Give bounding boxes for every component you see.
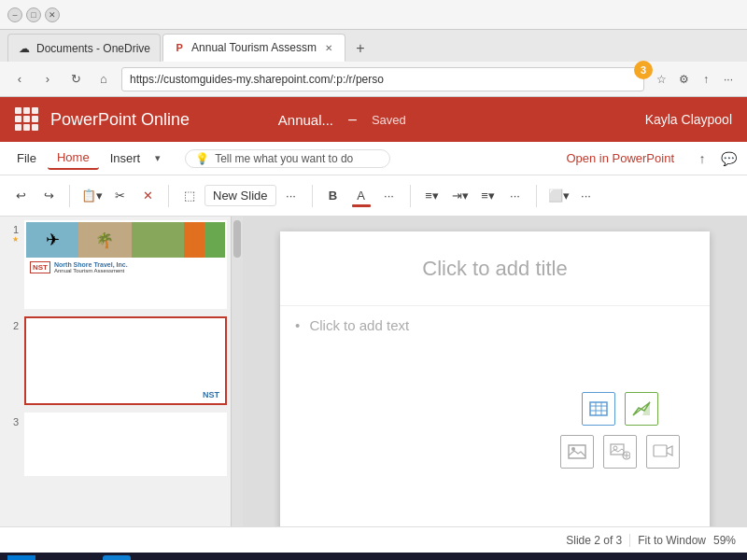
app-title: PowerPoint Online [50,110,267,130]
ribbon-tabs: File Home Insert ▾ 💡 Tell me what you wa… [0,142,747,175]
separator-5 [536,185,537,207]
share-icon[interactable]: ↑ [697,70,715,89]
main-area: 1 ★ ✈ 🌴 NST [0,217,747,526]
ribbon-tabs-more[interactable]: ▾ [151,148,164,168]
more-format-button[interactable]: ··· [376,183,402,209]
search-taskbar-icon[interactable] [39,555,67,560]
thumb1-company-name: North Shore Travel, Inc. [54,261,128,268]
home-button[interactable]: ⌂ [93,69,114,90]
slide-thumbnail-2[interactable]: NST [24,316,227,405]
thumb1-bottom: NST North Shore Travel, Inc. Annual Tour… [26,258,225,277]
slide-content-area: • Click to add text [280,306,710,526]
new-slide-label: New Slide [213,189,268,203]
toolbar: ↩ ↪ 📋▾ ✂ ✕ ⬚ New Slide ··· B A ··· ≡▾ ⇥▾… [0,175,747,217]
share-ribbon-icon[interactable]: ↑ [691,147,713,170]
delete-button[interactable]: ✕ [134,183,161,209]
svg-rect-0 [590,402,607,415]
app-grid-button[interactable] [15,107,39,132]
tab-onedrive[interactable]: ☁ Documents - OneDrive [7,34,161,62]
align-button[interactable]: ≡▾ [474,183,500,209]
slide-count: Slide 2 of 3 [566,534,622,547]
more-icon[interactable]: ··· [719,70,738,89]
open-in-ppt-link[interactable]: Open in PowerPoint [558,147,682,169]
new-tab-button[interactable]: + [347,35,374,62]
store-icon[interactable]: 🛍 [166,555,194,560]
separator-2 [168,185,169,207]
window-close[interactable]: ✕ [45,7,60,22]
tab-powerpoint[interactable]: P Annual Tourism Assessm ✕ [162,34,345,62]
window-controls[interactable]: – □ ✕ [7,7,60,22]
insert-table-icon[interactable] [582,392,615,426]
thumb2-nst: NST [203,390,219,399]
separator-3 [312,185,313,207]
bullet-list-button[interactable]: ≡▾ [418,183,444,209]
more-list-button[interactable]: ··· [502,183,529,209]
insert-chart-icon[interactable] [625,392,658,426]
tell-me-input[interactable]: 💡 Tell me what you want to do [185,149,390,168]
shape-button[interactable]: ⬜▾ [544,183,571,209]
window-maximize[interactable]: □ [26,7,41,22]
tab-insert[interactable]: Insert [101,147,150,169]
address-input[interactable]: https://customguides-my.sharepoint.com/:… [121,67,644,91]
tab-file[interactable]: File [7,147,46,169]
onedrive-favicon: ☁ [18,42,31,55]
thumb1-nst-logo: NST [30,261,50,273]
user-name: Kayla Claypool [645,112,732,127]
edge-browser-icon[interactable]: e [103,555,131,560]
slide-item-3[interactable]: 3 [4,413,227,476]
more-shape-button[interactable]: ··· [573,183,599,209]
tell-me-placeholder: Tell me what you want to do [215,152,353,165]
slide-text-placeholder[interactable]: • Click to add text [295,317,534,526]
redo-button[interactable]: ↪ [35,183,62,209]
back-button[interactable]: ‹ [9,69,30,90]
new-slide-button[interactable]: New Slide [204,185,276,206]
address-bar: ‹ › ↻ ⌂ https://customguides-my.sharepoi… [0,62,747,97]
address-icons: ☆ ⚙ ↑ ··· [652,70,738,89]
slide-thumbnail-1[interactable]: ✈ 🌴 NST North Shore Travel, Inc. Annual … [24,220,227,309]
numbered-list-button[interactable]: ⇥▾ [446,183,472,209]
insert-video-icon[interactable] [646,435,680,469]
panel-scrollbar[interactable] [232,217,243,526]
tab-home[interactable]: Home [48,147,99,170]
bookmark-icon[interactable]: ☆ [652,70,670,89]
forward-button[interactable]: › [37,69,58,90]
slide-layout-icon[interactable]: ⬚ [176,183,203,209]
slide-panel[interactable]: 1 ★ ✈ 🌴 NST [0,217,232,526]
explorer-icon[interactable]: 📁 [134,555,162,560]
slide-item-2[interactable]: 2 NST [4,316,227,405]
thumb1-img2: 🌴 [78,222,131,258]
separator-1 [69,185,70,207]
scrollbar-thumb[interactable] [233,220,241,258]
svg-rect-7 [569,445,585,458]
undo-button[interactable]: ↩ [7,183,34,209]
tools-icon[interactable]: ⚙ [674,70,693,89]
slide-title-placeholder[interactable]: Click to add title [280,231,710,306]
slide-canvas[interactable]: Click to add title • Click to add text [280,231,710,526]
insert-online-image-icon[interactable] [603,435,637,469]
insert-icons-row-1 [582,392,658,426]
refresh-button[interactable]: ↻ [65,69,86,90]
slide-canvas-area: Click to add title • Click to add text [243,217,747,526]
bullet-point: • [295,317,300,333]
tab-close-icon[interactable]: ✕ [322,41,335,54]
window-minimize[interactable]: – [7,7,22,22]
tell-me-icon: 💡 [195,152,209,165]
slide-item-1[interactable]: 1 ★ ✈ 🌴 NST [4,220,227,309]
start-button[interactable] [7,555,35,560]
bold-button[interactable]: B [320,183,346,209]
zoom-level[interactable]: 59% [713,534,736,547]
fit-window-button[interactable]: Fit to Window [638,534,706,547]
insert-icons-area[interactable] [545,317,695,526]
insert-picture-icon[interactable] [560,435,594,469]
format-group: B A ··· [320,183,402,209]
insert-group: ⬚ New Slide ··· [176,183,304,209]
comments-icon[interactable]: 💬 [717,147,740,170]
shape-group: ⬜▾ ··· [544,183,599,209]
slide-thumbnail-3[interactable] [24,413,227,476]
more-insert-button[interactable]: ··· [278,183,304,209]
cut-button[interactable]: ✂ [106,183,133,209]
font-color-button[interactable]: A [348,183,374,209]
task-view-icon[interactable]: ▣ [71,555,99,560]
tab-bar: ☁ Documents - OneDrive P Annual Tourism … [0,30,747,62]
paste-button[interactable]: 📋▾ [78,183,105,209]
